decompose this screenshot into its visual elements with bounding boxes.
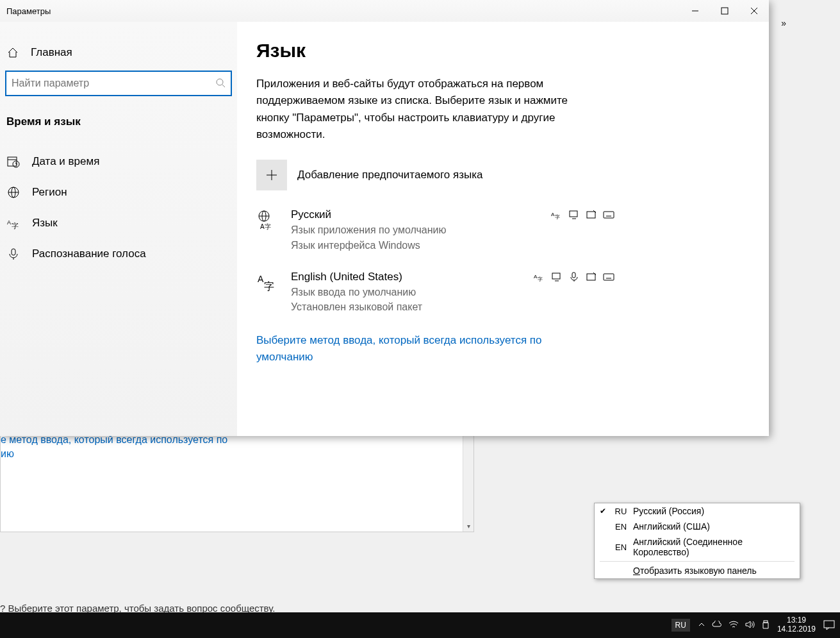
svg-rect-1 [721, 8, 728, 14]
svg-rect-16 [12, 249, 15, 255]
svg-rect-6 [8, 157, 17, 166]
tray-up-icon[interactable] [698, 621, 705, 630]
show-language-bar-label: Отобразить языковую панель [633, 566, 795, 576]
svg-text:字: 字 [12, 222, 19, 230]
language-feature-badges: A字 [551, 208, 615, 252]
keyboard-icon [603, 272, 615, 282]
lang-option-en-gb[interactable]: EN Английский (Соединенное Королевство) [595, 534, 800, 560]
language-globe-icon: A字 [256, 208, 279, 252]
svg-text:A: A [258, 274, 264, 284]
svg-rect-26 [570, 211, 577, 217]
lang-label: Русский (Россия) [633, 506, 795, 516]
sidebar-item-speech[interactable]: Распознавание голоса [0, 239, 237, 269]
maximize-button[interactable] [710, 1, 739, 21]
calendar-clock-icon [6, 155, 21, 168]
home-icon [6, 47, 19, 58]
sidebar-item-datetime[interactable]: Дата и время [0, 146, 237, 177]
lang-label: Английский (Соединенное Королевство) [633, 537, 795, 557]
svg-rect-30 [604, 212, 614, 218]
text-to-speech-icon: A字 [551, 210, 563, 220]
tray-wifi-icon[interactable] [729, 621, 739, 630]
window-title: Параметры [0, 6, 680, 16]
svg-rect-49 [824, 621, 834, 628]
tray-power-icon[interactable] [762, 620, 770, 631]
taskbar-clock[interactable]: 13:19 14.12.2019 [777, 616, 816, 634]
language-sub-2: Установлен языковой пакет [291, 299, 522, 314]
tray-volume-icon[interactable] [745, 620, 755, 631]
close-button[interactable] [739, 1, 769, 21]
overflow-chevrons-icon[interactable]: » [781, 18, 785, 28]
lang-code: RU [613, 507, 629, 516]
search-input-wrapper[interactable] [5, 71, 232, 96]
scrollbar-arrow-down-icon[interactable]: ▾ [463, 521, 474, 532]
microphone-icon [6, 248, 21, 260]
language-a-char-icon: A字 [256, 271, 279, 314]
taskbar: RU 13:19 14.12.2019 [0, 612, 840, 638]
sidebar-home[interactable]: Главная [0, 41, 237, 71]
lang-label: Английский (США) [633, 521, 795, 532]
taskbar-language-indicator[interactable]: RU [671, 619, 690, 632]
language-switcher-popup: ✔ RU Русский (Россия) EN Английский (США… [594, 503, 800, 579]
add-language-label: Добавление предпочитаемого языка [297, 169, 482, 181]
search-icon [215, 78, 226, 90]
display-icon [551, 272, 563, 282]
handwriting-icon [586, 272, 598, 282]
language-sub-2: Язык интерфейса Windows [291, 238, 539, 253]
language-item-english-us[interactable]: A字 English (United States) Язык ввода по… [256, 271, 615, 314]
main-content: Язык Приложения и веб-сайты будут отобра… [237, 22, 769, 436]
svg-point-4 [217, 79, 223, 85]
svg-rect-42 [572, 273, 575, 278]
add-language-button[interactable]: Добавление предпочитаемого языка [256, 160, 750, 190]
background-right-scrollbar[interactable] [790, 32, 800, 436]
tray-cloud-icon[interactable] [712, 621, 722, 630]
handwriting-icon [586, 210, 598, 220]
page-description: Приложения и веб-сайты будут отображатьс… [256, 76, 602, 143]
language-name: English (United States) [291, 271, 522, 283]
svg-rect-46 [604, 274, 614, 280]
check-icon: ✔ [600, 507, 609, 516]
language-item-russian[interactable]: A字 Русский Язык приложения по умолчанию … [256, 208, 615, 252]
keyboard-icon [603, 210, 615, 220]
sidebar-home-label: Главная [31, 46, 72, 59]
sidebar-item-language[interactable]: A字 Язык [0, 208, 237, 239]
system-tray [698, 620, 770, 631]
plus-icon [256, 160, 287, 190]
sidebar-item-label: Язык [32, 217, 58, 230]
sidebar-section-title: Время и язык [0, 109, 237, 146]
svg-text:字: 字 [264, 281, 274, 292]
lang-option-en-us[interactable]: EN Английский (США) [595, 519, 800, 534]
sidebar-item-label: Регион [32, 186, 67, 199]
sidebar: Главная Время и язык Дата и время [0, 22, 237, 436]
speech-mic-icon [568, 272, 581, 282]
text-to-speech-icon: A字 [534, 272, 546, 282]
language-sub-1: Язык ввода по умолчанию [291, 285, 522, 299]
svg-line-5 [222, 85, 225, 87]
svg-text:A字: A字 [260, 223, 271, 230]
lang-code: EN [613, 542, 629, 552]
sidebar-item-region[interactable]: Регион [0, 177, 237, 208]
language-name: Русский [291, 208, 539, 221]
notification-icon[interactable] [823, 620, 835, 630]
taskbar-date: 14.12.2019 [777, 625, 816, 634]
titlebar: Параметры [0, 0, 769, 22]
settings-window: Параметры Главная [0, 0, 769, 436]
sidebar-item-label: Дата и время [32, 155, 99, 168]
svg-text:字: 字 [555, 214, 560, 220]
minimize-button[interactable] [680, 1, 710, 21]
popup-separator [600, 561, 795, 562]
globe-icon [6, 186, 21, 199]
bg-link-line-2[interactable]: ию [1, 447, 443, 461]
show-language-bar[interactable]: Отобразить языковую панель [595, 563, 800, 578]
page-title: Язык [256, 40, 750, 62]
svg-text:字: 字 [538, 276, 543, 282]
lang-option-ru[interactable]: ✔ RU Русский (Россия) [595, 503, 800, 519]
svg-rect-44 [587, 274, 595, 280]
svg-rect-28 [587, 212, 595, 218]
search-input[interactable] [12, 78, 215, 89]
language-a-icon: A字 [6, 217, 21, 230]
taskbar-time: 13:19 [777, 616, 816, 625]
language-sub-1: Язык приложения по умолчанию [291, 222, 539, 237]
language-feature-badges: A字 [534, 271, 615, 314]
svg-text:A: A [7, 219, 11, 226]
default-input-method-link[interactable]: Выберите метод ввода, который всегда исп… [256, 332, 589, 365]
